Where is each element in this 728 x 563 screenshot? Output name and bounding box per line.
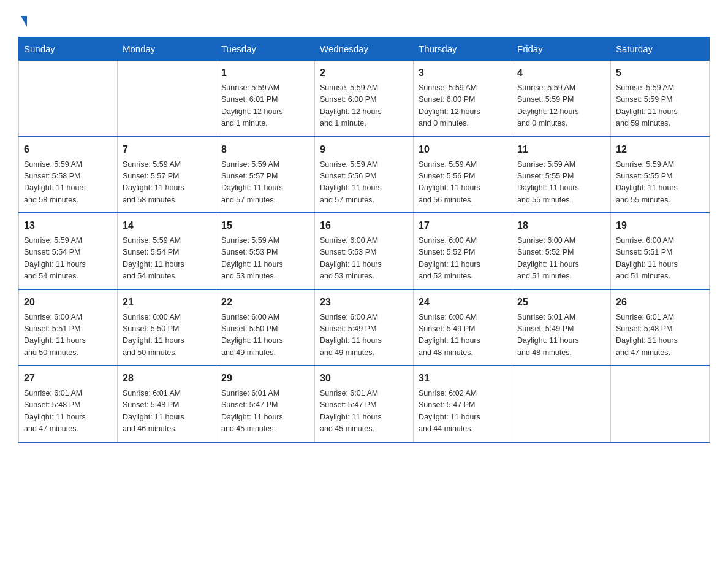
header-cell-tuesday: Tuesday	[216, 37, 315, 61]
day-number: 1	[221, 66, 309, 80]
day-number: 3	[419, 66, 507, 80]
day-number: 28	[123, 371, 211, 386]
day-number: 31	[419, 371, 507, 386]
day-info: Sunrise: 5:59 AM Sunset: 5:54 PM Dayligh…	[123, 235, 211, 283]
calendar-cell: 21Sunrise: 6:00 AM Sunset: 5:50 PM Dayli…	[118, 289, 216, 366]
day-number: 9	[320, 142, 408, 157]
day-number: 20	[24, 295, 112, 310]
day-number: 7	[123, 142, 211, 157]
day-info: Sunrise: 5:59 AM Sunset: 6:00 PM Dayligh…	[419, 82, 507, 130]
day-info: Sunrise: 5:59 AM Sunset: 5:54 PM Dayligh…	[24, 235, 112, 283]
calendar-week-1: 1Sunrise: 5:59 AM Sunset: 6:01 PM Daylig…	[19, 61, 710, 137]
calendar-cell: 15Sunrise: 5:59 AM Sunset: 5:53 PM Dayli…	[216, 213, 315, 289]
header-cell-sunday: Sunday	[19, 37, 118, 61]
day-info: Sunrise: 6:01 AM Sunset: 5:48 PM Dayligh…	[616, 312, 704, 359]
day-info: Sunrise: 6:00 AM Sunset: 5:51 PM Dayligh…	[24, 312, 112, 359]
header-cell-saturday: Saturday	[611, 37, 710, 61]
calendar-cell	[118, 61, 216, 137]
calendar-cell: 17Sunrise: 6:00 AM Sunset: 5:52 PM Dayli…	[414, 213, 512, 289]
calendar-cell	[512, 366, 611, 442]
calendar-cell: 29Sunrise: 6:01 AM Sunset: 5:47 PM Dayli…	[216, 366, 315, 442]
logo-triangle-icon	[21, 16, 27, 27]
day-info: Sunrise: 5:59 AM Sunset: 6:01 PM Dayligh…	[221, 82, 309, 130]
day-info: Sunrise: 6:00 AM Sunset: 5:49 PM Dayligh…	[419, 312, 507, 359]
day-info: Sunrise: 5:59 AM Sunset: 5:57 PM Dayligh…	[123, 159, 211, 207]
day-number: 21	[123, 295, 211, 310]
header-cell-wednesday: Wednesday	[315, 37, 414, 61]
day-number: 27	[24, 371, 112, 386]
day-info: Sunrise: 5:59 AM Sunset: 5:58 PM Dayligh…	[24, 159, 112, 207]
calendar-cell: 27Sunrise: 6:01 AM Sunset: 5:48 PM Dayli…	[19, 366, 118, 442]
day-number: 10	[419, 142, 507, 157]
calendar-cell: 3Sunrise: 5:59 AM Sunset: 6:00 PM Daylig…	[414, 61, 512, 137]
day-number: 15	[221, 218, 309, 233]
calendar-cell: 13Sunrise: 5:59 AM Sunset: 5:54 PM Dayli…	[19, 213, 118, 289]
header	[18, 12, 710, 27]
day-number: 2	[320, 66, 408, 80]
calendar-cell: 16Sunrise: 6:00 AM Sunset: 5:53 PM Dayli…	[315, 213, 414, 289]
day-number: 24	[419, 295, 507, 310]
calendar-table: SundayMondayTuesdayWednesdayThursdayFrid…	[18, 37, 710, 443]
day-number: 8	[221, 142, 309, 157]
day-info: Sunrise: 6:02 AM Sunset: 5:47 PM Dayligh…	[419, 388, 507, 435]
day-info: Sunrise: 6:01 AM Sunset: 5:49 PM Dayligh…	[517, 312, 605, 359]
day-number: 19	[616, 218, 704, 233]
day-info: Sunrise: 6:00 AM Sunset: 5:50 PM Dayligh…	[221, 312, 309, 359]
day-number: 22	[221, 295, 309, 310]
header-row: SundayMondayTuesdayWednesdayThursdayFrid…	[19, 37, 710, 61]
day-number: 11	[517, 142, 605, 157]
day-info: Sunrise: 6:00 AM Sunset: 5:49 PM Dayligh…	[320, 312, 408, 359]
day-info: Sunrise: 6:00 AM Sunset: 5:51 PM Dayligh…	[616, 235, 704, 283]
day-number: 13	[24, 218, 112, 233]
day-info: Sunrise: 6:00 AM Sunset: 5:52 PM Dayligh…	[419, 235, 507, 283]
calendar-cell: 1Sunrise: 5:59 AM Sunset: 6:01 PM Daylig…	[216, 61, 315, 137]
day-number: 5	[616, 66, 704, 80]
calendar-cell: 8Sunrise: 5:59 AM Sunset: 5:57 PM Daylig…	[216, 137, 315, 213]
calendar-cell: 26Sunrise: 6:01 AM Sunset: 5:48 PM Dayli…	[611, 289, 710, 366]
calendar-cell: 31Sunrise: 6:02 AM Sunset: 5:47 PM Dayli…	[414, 366, 512, 442]
calendar-cell: 23Sunrise: 6:00 AM Sunset: 5:49 PM Dayli…	[315, 289, 414, 366]
day-info: Sunrise: 6:01 AM Sunset: 5:47 PM Dayligh…	[320, 388, 408, 435]
calendar-week-3: 13Sunrise: 5:59 AM Sunset: 5:54 PM Dayli…	[19, 213, 710, 289]
day-number: 6	[24, 142, 112, 157]
day-info: Sunrise: 6:01 AM Sunset: 5:48 PM Dayligh…	[24, 388, 112, 435]
calendar-cell: 2Sunrise: 5:59 AM Sunset: 6:00 PM Daylig…	[315, 61, 414, 137]
header-cell-thursday: Thursday	[414, 37, 512, 61]
day-info: Sunrise: 6:00 AM Sunset: 5:53 PM Dayligh…	[320, 235, 408, 283]
calendar-cell: 22Sunrise: 6:00 AM Sunset: 5:50 PM Dayli…	[216, 289, 315, 366]
calendar-cell: 4Sunrise: 5:59 AM Sunset: 5:59 PM Daylig…	[512, 61, 611, 137]
day-info: Sunrise: 6:01 AM Sunset: 5:47 PM Dayligh…	[221, 388, 309, 435]
day-number: 29	[221, 371, 309, 386]
day-info: Sunrise: 5:59 AM Sunset: 5:57 PM Dayligh…	[221, 159, 309, 207]
day-info: Sunrise: 6:00 AM Sunset: 5:50 PM Dayligh…	[123, 312, 211, 359]
calendar-week-5: 27Sunrise: 6:01 AM Sunset: 5:48 PM Dayli…	[19, 366, 710, 442]
calendar-cell: 5Sunrise: 5:59 AM Sunset: 5:59 PM Daylig…	[611, 61, 710, 137]
calendar-cell: 14Sunrise: 5:59 AM Sunset: 5:54 PM Dayli…	[118, 213, 216, 289]
day-info: Sunrise: 5:59 AM Sunset: 5:55 PM Dayligh…	[616, 159, 704, 207]
day-number: 25	[517, 295, 605, 310]
calendar-body: 1Sunrise: 5:59 AM Sunset: 6:01 PM Daylig…	[19, 61, 710, 442]
day-info: Sunrise: 6:00 AM Sunset: 5:52 PM Dayligh…	[517, 235, 605, 283]
calendar-cell: 11Sunrise: 5:59 AM Sunset: 5:55 PM Dayli…	[512, 137, 611, 213]
day-info: Sunrise: 6:01 AM Sunset: 5:48 PM Dayligh…	[123, 388, 211, 435]
day-number: 30	[320, 371, 408, 386]
calendar-cell: 30Sunrise: 6:01 AM Sunset: 5:47 PM Dayli…	[315, 366, 414, 442]
calendar-cell: 19Sunrise: 6:00 AM Sunset: 5:51 PM Dayli…	[611, 213, 710, 289]
day-number: 12	[616, 142, 704, 157]
logo	[18, 12, 27, 27]
day-info: Sunrise: 5:59 AM Sunset: 5:53 PM Dayligh…	[221, 235, 309, 283]
calendar-week-2: 6Sunrise: 5:59 AM Sunset: 5:58 PM Daylig…	[19, 137, 710, 213]
day-number: 18	[517, 218, 605, 233]
calendar-header: SundayMondayTuesdayWednesdayThursdayFrid…	[19, 37, 710, 61]
day-number: 23	[320, 295, 408, 310]
day-number: 26	[616, 295, 704, 310]
calendar-week-4: 20Sunrise: 6:00 AM Sunset: 5:51 PM Dayli…	[19, 289, 710, 366]
calendar-cell: 28Sunrise: 6:01 AM Sunset: 5:48 PM Dayli…	[118, 366, 216, 442]
calendar-cell: 10Sunrise: 5:59 AM Sunset: 5:56 PM Dayli…	[414, 137, 512, 213]
calendar-cell: 12Sunrise: 5:59 AM Sunset: 5:55 PM Dayli…	[611, 137, 710, 213]
day-info: Sunrise: 5:59 AM Sunset: 5:59 PM Dayligh…	[616, 82, 704, 130]
header-cell-monday: Monday	[118, 37, 216, 61]
day-number: 17	[419, 218, 507, 233]
calendar-cell: 7Sunrise: 5:59 AM Sunset: 5:57 PM Daylig…	[118, 137, 216, 213]
day-info: Sunrise: 5:59 AM Sunset: 5:59 PM Dayligh…	[517, 82, 605, 130]
